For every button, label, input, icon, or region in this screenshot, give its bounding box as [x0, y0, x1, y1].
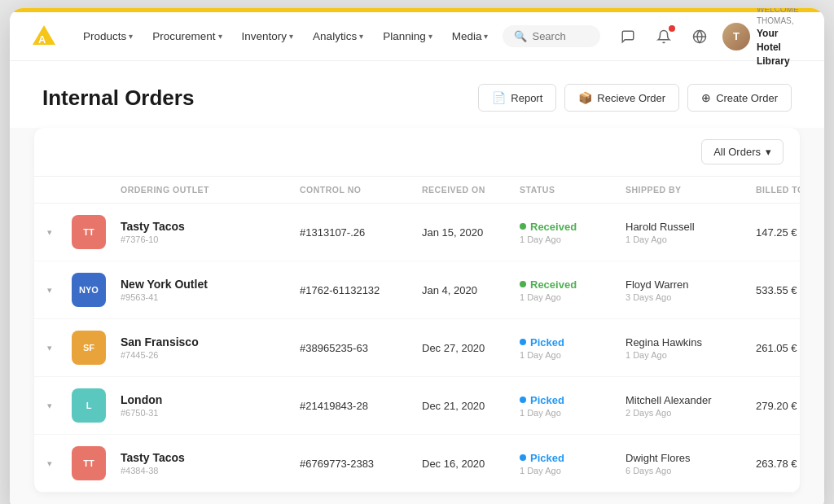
- search-icon: 🔍: [514, 30, 527, 42]
- search-input[interactable]: [532, 30, 588, 42]
- search-bar: 🔍: [503, 25, 599, 47]
- app-logo[interactable]: A: [29, 22, 59, 51]
- chevron-down-icon: ▾: [218, 32, 222, 41]
- expand-icon[interactable]: ▾: [47, 343, 72, 353]
- billed-total: 261.05 €: [756, 342, 800, 354]
- shipped-by: Mitchell Alexander 2 Days Ago: [626, 394, 756, 418]
- col-received: RECEIVED ON: [422, 185, 520, 195]
- chevron-down-icon: ▾: [484, 32, 488, 41]
- outlet-badge: TT: [72, 446, 106, 480]
- col-expand: [47, 185, 72, 195]
- outlet-id: #4384-38: [121, 466, 300, 476]
- chat-icon-button[interactable]: [615, 24, 641, 50]
- create-order-button[interactable]: ⊕ Create Order: [687, 84, 792, 112]
- receive-order-button[interactable]: 📦 Recieve Order: [564, 84, 679, 112]
- chevron-down-icon: ▾: [289, 32, 293, 41]
- orders-table-section: All Orders ▾ ORDERING OUTLET CONTROL NO …: [34, 128, 800, 493]
- chevron-down-icon: ▾: [129, 32, 133, 41]
- globe-icon-button[interactable]: [687, 24, 713, 50]
- status-time: 1 Day Ago: [520, 350, 626, 360]
- expand-icon[interactable]: ▾: [47, 285, 72, 296]
- expand-icon[interactable]: ▾: [47, 227, 72, 238]
- shipped-time: 1 Day Ago: [626, 234, 756, 244]
- status-badge: Picked: [520, 336, 626, 348]
- col-status: STATUS: [520, 185, 626, 195]
- svg-text:A: A: [38, 33, 46, 46]
- expand-icon[interactable]: ▾: [47, 458, 72, 469]
- outlet-id: #7445-26: [121, 350, 300, 360]
- outlet-name: New York Outlet: [121, 278, 300, 291]
- table-row: ▾ L London #6750-31 #21419843-28 Dec 21,…: [34, 377, 800, 435]
- status-dot: [520, 454, 526, 461]
- col-outlet: ORDERING OUTLET: [121, 185, 300, 195]
- received-on: Dec 27, 2020: [422, 342, 520, 354]
- status-time: 1 Day Ago: [520, 408, 626, 418]
- table-row: ▾ TT Tasty Tacos #4384-38 #6769773-2383 …: [34, 435, 800, 493]
- table-header: ORDERING OUTLET CONTROL NO RECEIVED ON S…: [34, 177, 800, 204]
- shipped-by: Regina Hawkins 1 Day Ago: [626, 336, 756, 360]
- outlet-info: Tasty Tacos #4384-38: [121, 451, 300, 476]
- outlet-info: London #6750-31: [121, 393, 300, 418]
- control-number: #38965235-63: [300, 342, 422, 354]
- report-button[interactable]: 📄 Report: [478, 84, 556, 112]
- nav-analytics[interactable]: Analytics ▾: [305, 25, 371, 47]
- table-row: ▾ SF San Fransisco #7445-26 #38965235-63…: [34, 319, 800, 377]
- outlet-id: #6750-31: [121, 408, 300, 418]
- avatar: T: [722, 23, 750, 50]
- outlet-info: New York Outlet #9563-41: [121, 278, 300, 302]
- status-badge: Received: [520, 221, 626, 233]
- col-control: CONTROL NO: [300, 185, 422, 195]
- navbar: A Products ▾ Procurement ▾ Inventory ▾ A…: [10, 12, 824, 61]
- control-number: #1762-61132132: [300, 284, 422, 296]
- status-cell: Picked 1 Day Ago: [520, 452, 626, 476]
- filter-dropdown[interactable]: All Orders ▾: [701, 139, 784, 164]
- nav-items: Products ▾ Procurement ▾ Inventory ▾ Ana…: [75, 25, 496, 47]
- received-on: Jan 15, 2020: [422, 226, 520, 239]
- nav-inventory[interactable]: Inventory ▾: [234, 25, 302, 47]
- outlet-info: San Fransisco #7445-26: [121, 335, 300, 360]
- nav-procurement[interactable]: Procurement ▾: [144, 25, 230, 47]
- outlet-badge: TT: [72, 215, 106, 249]
- received-on: Jan 4, 2020: [422, 284, 520, 296]
- billed-total: 263.78 €: [756, 458, 800, 470]
- outlet-id: #7376-10: [121, 234, 300, 244]
- shipped-by: Floyd Warren 3 Days Ago: [626, 278, 756, 302]
- outlet-badge: L: [72, 388, 106, 423]
- control-number: #21419843-28: [300, 400, 422, 412]
- received-on: Dec 16, 2020: [422, 458, 520, 470]
- notification-badge: [669, 25, 675, 32]
- nav-planning[interactable]: Planning ▾: [375, 25, 441, 47]
- nav-products[interactable]: Products ▾: [75, 25, 141, 47]
- user-area[interactable]: T WELCOME THOMAS, Your Hotel Library: [722, 8, 805, 68]
- outlet-name: London: [121, 393, 300, 406]
- status-time: 1 Day Ago: [520, 292, 626, 302]
- shipped-time: 2 Days Ago: [626, 408, 756, 418]
- report-icon: 📄: [492, 91, 506, 104]
- user-info: WELCOME THOMAS, Your Hotel Library: [757, 8, 805, 68]
- expand-icon[interactable]: ▾: [47, 401, 72, 411]
- outlet-id: #9563-41: [121, 292, 300, 302]
- table-row: ▾ NYO New York Outlet #9563-41 #1762-611…: [34, 261, 800, 319]
- app-window: A Products ▾ Procurement ▾ Inventory ▾ A…: [10, 8, 824, 504]
- notification-icon-button[interactable]: [651, 24, 677, 50]
- outlet-badge: SF: [72, 331, 106, 365]
- shipped-by: Dwight Flores 6 Days Ago: [626, 452, 756, 476]
- shipped-time: 1 Day Ago: [626, 350, 756, 360]
- nav-media[interactable]: Media ▾: [444, 25, 497, 47]
- chevron-down-icon: ▾: [428, 32, 432, 41]
- status-cell: Received 1 Day Ago: [520, 278, 626, 302]
- status-cell: Picked 1 Day Ago: [520, 336, 626, 360]
- page-title: Internal Orders: [42, 85, 194, 111]
- outlet-badge: NYO: [72, 273, 106, 307]
- shipped-time: 3 Days Ago: [626, 292, 756, 302]
- receive-icon: 📦: [578, 91, 592, 104]
- status-badge: Picked: [520, 394, 626, 406]
- billed-total: 147.25 €: [756, 226, 800, 239]
- col-billed: BILLED TOTAL: [756, 185, 800, 195]
- status-dot: [520, 281, 526, 287]
- nav-icon-group: [615, 24, 713, 50]
- status-time: 1 Day Ago: [520, 234, 626, 244]
- outlet-name: Tasty Tacos: [121, 220, 300, 233]
- status-time: 1 Day Ago: [520, 466, 626, 476]
- status-cell: Picked 1 Day Ago: [520, 394, 626, 418]
